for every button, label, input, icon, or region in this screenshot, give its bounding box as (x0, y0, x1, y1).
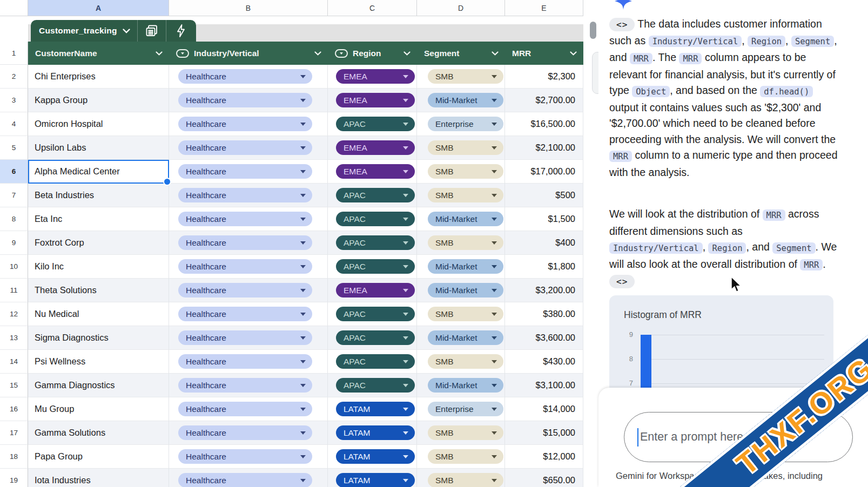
cell-region[interactable]: APAC (328, 231, 417, 255)
cell-region[interactable]: LATAM (328, 469, 417, 487)
segment-dropdown-pill[interactable]: SMB (428, 235, 503, 250)
cell-industry[interactable]: Healthcare (169, 231, 328, 255)
cell-segment[interactable]: SMB (417, 445, 505, 469)
region-dropdown-pill[interactable]: APAC (336, 378, 415, 393)
row-header-14[interactable]: 14 (0, 350, 28, 374)
cell-region[interactable]: APAC (328, 112, 417, 136)
row-header-3[interactable]: 3 (0, 89, 28, 112)
cell-mrr[interactable]: $17,000.00 (505, 160, 583, 184)
table-column-header-industry-vertical[interactable]: Industry/Vertical (169, 42, 328, 65)
cell-mrr[interactable]: $1,800 (505, 255, 583, 279)
cell-segment[interactable]: SMB (417, 469, 505, 487)
region-dropdown-pill[interactable]: LATAM (336, 473, 415, 487)
cell-segment[interactable]: SMB (417, 184, 505, 207)
region-dropdown-pill[interactable]: EMEA (336, 140, 415, 155)
cell-mrr[interactable]: $380.00 (505, 302, 583, 326)
region-dropdown-pill[interactable]: APAC (336, 188, 415, 202)
cell-mrr[interactable]: $500 (505, 184, 583, 207)
cell-industry[interactable]: Healthcare (169, 326, 328, 350)
segment-dropdown-pill[interactable]: Mid-Market (428, 330, 503, 345)
chevron-down-icon[interactable] (314, 51, 321, 56)
cell-industry[interactable]: Healthcare (169, 65, 328, 89)
chevron-down-icon[interactable] (156, 51, 163, 56)
fill-handle[interactable] (163, 178, 171, 186)
industry-dropdown-pill[interactable]: Healthcare (178, 117, 312, 131)
industry-dropdown-pill[interactable]: Healthcare (178, 259, 312, 274)
cell-industry[interactable]: Healthcare (169, 469, 328, 487)
cell-segment[interactable]: Mid-Market (417, 89, 505, 112)
cell-customer-name[interactable]: Omicron Hospital (28, 112, 169, 136)
chevron-down-icon[interactable] (123, 29, 130, 33)
cell-customer-name[interactable]: Papa Group (28, 445, 169, 469)
cell-customer-name[interactable]: Kilo Inc (28, 255, 169, 279)
cell-industry[interactable]: Healthcare (169, 136, 328, 160)
cell-mrr[interactable]: $3,100.00 (505, 374, 583, 397)
selected-cell-outline[interactable] (28, 160, 169, 184)
row-header-10[interactable]: 10 (0, 255, 28, 279)
table-name-label[interactable]: Customer_tracking (31, 26, 123, 36)
cell-industry[interactable]: Healthcare (169, 255, 328, 279)
cell-region[interactable]: APAC (328, 207, 417, 231)
cell-region[interactable]: APAC (328, 326, 417, 350)
row-header-15[interactable]: 15 (0, 374, 28, 397)
cell-mrr[interactable]: $400 (505, 231, 583, 255)
cell-mrr[interactable]: $3,600.00 (505, 326, 583, 350)
region-dropdown-pill[interactable]: APAC (336, 235, 415, 250)
industry-dropdown-pill[interactable]: Healthcare (178, 93, 312, 107)
table-column-header-customername[interactable]: CustomerName (28, 42, 169, 65)
segment-dropdown-pill[interactable]: Mid-Market (428, 93, 503, 107)
cell-customer-name[interactable]: Mu Group (28, 397, 169, 421)
industry-dropdown-pill[interactable]: Healthcare (178, 354, 312, 369)
industry-dropdown-pill[interactable]: Healthcare (178, 378, 312, 393)
table-column-header-segment[interactable]: Segment (417, 42, 505, 65)
segment-dropdown-pill[interactable]: SMB (428, 425, 503, 440)
cell-segment[interactable]: Mid-Market (417, 255, 505, 279)
region-dropdown-pill[interactable]: LATAM (336, 402, 415, 416)
row-header-8[interactable]: 8 (0, 207, 28, 231)
cell-mrr[interactable]: $2,100.00 (505, 136, 583, 160)
column-header-E[interactable]: E (505, 0, 583, 16)
industry-dropdown-pill[interactable]: Healthcare (178, 449, 312, 464)
cell-customer-name[interactable]: Sigma Diagnostics (28, 326, 169, 350)
cell-industry[interactable]: Healthcare (169, 89, 328, 112)
cell-mrr[interactable]: $3,200.00 (505, 279, 583, 302)
segment-dropdown-pill[interactable]: Mid-Market (428, 283, 503, 297)
region-dropdown-pill[interactable]: APAC (336, 307, 415, 321)
cell-segment[interactable]: SMB (417, 65, 505, 89)
industry-dropdown-pill[interactable]: Healthcare (178, 402, 312, 416)
cell-region[interactable]: EMEA (328, 89, 417, 112)
row-header-18[interactable]: 18 (0, 445, 28, 469)
industry-dropdown-pill[interactable]: Healthcare (178, 188, 312, 202)
cell-segment[interactable]: Mid-Market (417, 279, 505, 302)
region-dropdown-pill[interactable]: APAC (336, 212, 415, 226)
industry-dropdown-pill[interactable]: Healthcare (178, 235, 312, 250)
segment-dropdown-pill[interactable]: Enterprise (428, 117, 503, 131)
cell-segment[interactable]: SMB (417, 231, 505, 255)
table-column-header-region[interactable]: Region (328, 42, 417, 65)
row-header-9[interactable]: 9 (0, 231, 28, 255)
table-column-header-mrr[interactable]: MRR (505, 42, 583, 65)
region-dropdown-pill[interactable]: LATAM (336, 425, 415, 440)
cell-industry[interactable]: Healthcare (169, 397, 328, 421)
segment-dropdown-pill[interactable]: Mid-Market (428, 378, 503, 393)
cell-segment[interactable]: Enterprise (417, 397, 505, 421)
region-dropdown-pill[interactable]: APAC (336, 354, 415, 369)
segment-dropdown-pill[interactable]: SMB (428, 307, 503, 321)
row-header-4[interactable]: 4 (0, 112, 28, 136)
cell-segment[interactable]: Enterprise (417, 112, 505, 136)
industry-dropdown-pill[interactable]: Healthcare (178, 330, 312, 345)
segment-dropdown-pill[interactable]: Mid-Market (428, 259, 503, 274)
cell-industry[interactable]: Healthcare (169, 184, 328, 207)
row-header-12[interactable]: 12 (0, 302, 28, 326)
cell-customer-name[interactable]: Kappa Group (28, 89, 169, 112)
segment-dropdown-pill[interactable]: SMB (428, 164, 503, 179)
cell-customer-name[interactable]: Gamma Solutions (28, 421, 169, 445)
row-header-19[interactable]: 19 (0, 469, 28, 487)
cell-region[interactable]: APAC (328, 255, 417, 279)
row-header-16[interactable]: 16 (0, 397, 28, 421)
cell-customer-name[interactable]: Eta Inc (28, 207, 169, 231)
cell-industry[interactable]: Healthcare (169, 421, 328, 445)
segment-dropdown-pill[interactable]: SMB (428, 354, 503, 369)
cell-region[interactable]: APAC (328, 374, 417, 397)
chevron-down-icon[interactable] (492, 51, 499, 56)
